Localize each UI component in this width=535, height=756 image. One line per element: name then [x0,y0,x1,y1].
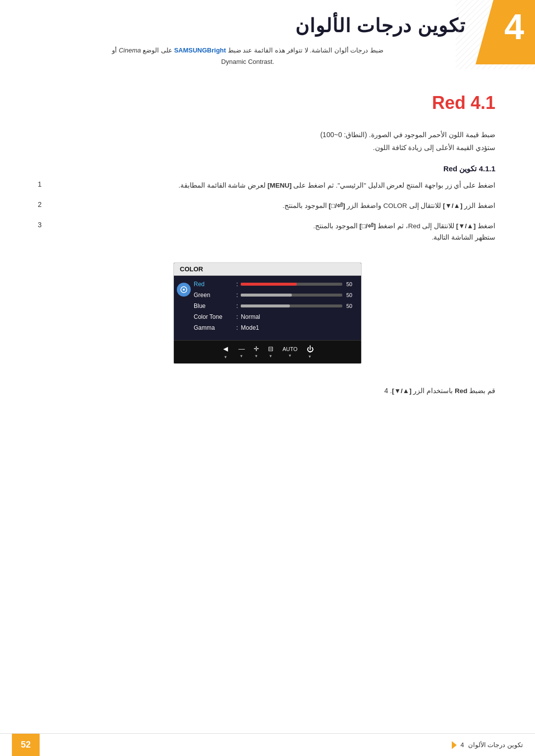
header-desc-text2: على الوضع [141,47,172,54]
colortone-value: Normal [241,313,260,320]
menu-label-red: Red [194,281,233,288]
screen-bottom-bar: ◄ ▾ — ▾ ✛ ▾ ⊟ ▾ AUTO ▾ ⏻ ▾ [174,340,361,363]
red-bar-wrap: 50 [241,281,356,287]
header-desc-or: أو [112,47,117,54]
green-bar-fill [241,294,291,297]
screen-wrapper: COLOR Red : [0,252,535,374]
section-desc-line1: ضبط قيمة اللون الأحمر الموجود في الصورة.… [30,128,495,142]
blue-bar-value: 50 [346,303,356,309]
section-desc-line2: ستؤدي القيمة الأعلى إلى زيادة كثافة اللو… [30,141,495,154]
page-footer: 52 تكوين درجات الألوان 4 [0,733,535,756]
section-description: ضبط قيمة اللون الأحمر الموجود في الصورة.… [0,118,535,157]
menu-item-gamma: Gamma : Mode1 [194,324,356,331]
menu-item-green: Green : 50 [194,292,356,299]
screen-body: Red : 50 Green : [174,276,361,340]
step-2: اضغط الزر [▲/▼] للانتقال إلى COLOR واضغط… [30,201,495,212]
red-bar-fill [241,283,297,286]
header-description: ضبط درجات ألوان الشاشة. لا تتوافر هذه ال… [30,45,466,68]
menu-label-green: Green [194,292,233,299]
chapter-number: 4 [504,9,524,45]
step-1-text: اضغط على أي زر بواجهة المنتج لعرض الدليل… [44,180,495,192]
red-bar-value: 50 [346,281,356,287]
steps-container: اضغط على أي زر بواجهة المنتج لعرض الدليل… [0,180,535,244]
bottom-icon-plus: ✛ ▾ [254,345,259,358]
step-2-text: اضغط الزر [▲/▼] للانتقال إلى COLOR واضغط… [44,201,495,212]
green-bar-value: 50 [346,292,356,298]
footer-chapter-label: تكوين درجات الألوان 4 [452,741,523,749]
svg-point-3 [183,289,185,291]
footer-chapter-num: 4 [461,741,464,749]
menu-item-colortone: Color Tone : Normal [194,313,356,320]
bottom-icon-auto: AUTO ▾ [282,346,297,358]
blue-bar-fill [241,304,289,307]
step-4-text: قم بضبط Red باستخدام الزر [▲/▼]. [390,387,495,395]
bottom-icon-left: ◄ ▾ [221,345,229,359]
gamma-value: Mode1 [241,324,259,331]
header-desc-contrast: .Dynamic Contrast [221,58,274,65]
menu-item-red: Red : 50 [194,281,356,288]
green-bar-track [241,294,342,297]
step-3: اضغط [▲/▼] للانتقال إلى Red، ثم اضغط [⏎/… [30,221,495,244]
step-4-row: قم بضبط Red باستخدام الزر [▲/▼]. 4 [30,387,495,395]
menu-label-gamma: Gamma [194,324,233,331]
subsection-heading: 4.1.1 تكوين Red [0,157,535,180]
section-title: Red 4.1 [432,93,495,113]
bottom-icon-enter: ⊟ ▾ [268,345,273,358]
bottom-icon-power: ⏻ ▾ [307,345,314,359]
header-desc-brand: SAMSUNG [174,47,207,54]
step-1-number: 1 [30,180,44,188]
header-section: تكوين درجات الألوان ضبط درجات ألوان الشا… [0,0,535,78]
menu-label-colortone: Color Tone [194,313,233,320]
step-4-number: 4 [376,387,390,395]
green-bar-wrap: 50 [241,292,356,298]
display-icon [177,283,191,297]
menu-label-blue: Blue [194,302,233,309]
header-desc-cinema: Cinema [119,47,141,54]
blue-bar-wrap: 50 [241,303,356,309]
footer-page-number: 52 [12,734,40,756]
red-bar-track [241,283,342,286]
footer-triangle-icon [452,741,457,749]
color-menu-screen: COLOR Red : [173,262,362,364]
section-title-area: Red 4.1 [0,78,535,118]
step-3-text: اضغط [▲/▼] للانتقال إلى Red، ثم اضغط [⏎/… [44,221,495,244]
chapter-title: تكوين درجات الألوان [30,15,466,37]
step-2-number: 2 [30,201,44,208]
menu-item-blue: Blue : 50 [194,302,356,309]
header-desc-text1: ضبط درجات ألوان الشاشة. لا تتوافر هذه ال… [228,47,383,54]
step-1: اضغط على أي زر بواجهة المنتج لعرض الدليل… [30,180,495,192]
footer-chapter-text: تكوين درجات الألوان [468,741,523,749]
blue-bar-track [241,304,342,307]
bottom-icon-menu: — ▾ [238,345,245,358]
screen-icon-col [174,281,194,335]
step-4-area: قم بضبط Red باستخدام الزر [▲/▼]. 4 [0,379,535,395]
screen-header: COLOR [174,263,361,276]
screen-items: Red : 50 Green : [194,281,356,335]
step-3-number: 3 [30,221,44,229]
